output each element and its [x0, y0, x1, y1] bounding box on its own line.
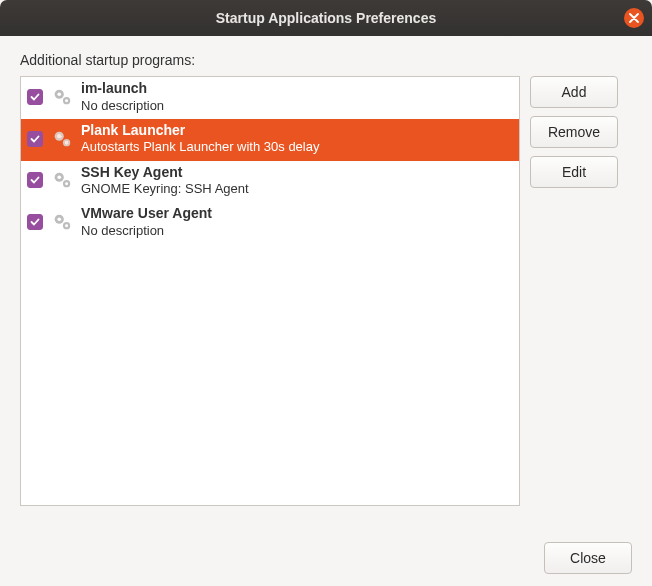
- gears-icon: [51, 211, 73, 233]
- item-name: Plank Launcher: [81, 122, 319, 140]
- remove-button[interactable]: Remove: [530, 116, 618, 148]
- titlebar: Startup Applications Preferences: [0, 0, 652, 36]
- list-item[interactable]: SSH Key AgentGNOME Keyring: SSH Agent: [21, 161, 519, 203]
- startup-programs-list[interactable]: im-launchNo descriptionPlank LauncherAut…: [20, 76, 520, 506]
- item-text: SSH Key AgentGNOME Keyring: SSH Agent: [81, 164, 249, 198]
- svg-point-13: [57, 218, 61, 222]
- item-description: No description: [81, 98, 164, 114]
- gears-icon: [51, 169, 73, 191]
- window-close-button[interactable]: [624, 8, 644, 28]
- item-description: No description: [81, 223, 212, 239]
- item-text: Plank LauncherAutostarts Plank Launcher …: [81, 122, 319, 156]
- item-name: VMware User Agent: [81, 205, 212, 223]
- window-title: Startup Applications Preferences: [216, 10, 436, 26]
- enabled-checkbox[interactable]: [27, 172, 43, 188]
- svg-point-15: [65, 224, 68, 227]
- section-label: Additional startup programs:: [20, 52, 632, 68]
- close-button[interactable]: Close: [544, 542, 632, 574]
- list-item[interactable]: VMware User AgentNo description: [21, 202, 519, 244]
- svg-point-9: [57, 176, 61, 180]
- gears-icon: [51, 128, 73, 150]
- edit-button[interactable]: Edit: [530, 156, 618, 188]
- svg-point-1: [57, 92, 61, 96]
- side-buttons: Add Remove Edit: [530, 76, 618, 506]
- item-name: im-launch: [81, 80, 164, 98]
- svg-point-7: [65, 141, 68, 144]
- main-row: im-launchNo descriptionPlank LauncherAut…: [20, 76, 632, 506]
- svg-point-5: [57, 134, 61, 138]
- enabled-checkbox[interactable]: [27, 131, 43, 147]
- svg-point-3: [65, 99, 68, 102]
- window-content: Additional startup programs: im-launchNo…: [0, 36, 652, 586]
- close-icon: [629, 13, 639, 23]
- list-item[interactable]: Plank LauncherAutostarts Plank Launcher …: [21, 119, 519, 161]
- svg-point-11: [65, 183, 68, 186]
- item-description: GNOME Keyring: SSH Agent: [81, 181, 249, 197]
- item-text: VMware User AgentNo description: [81, 205, 212, 239]
- enabled-checkbox[interactable]: [27, 89, 43, 105]
- item-description: Autostarts Plank Launcher with 30s delay: [81, 139, 319, 155]
- enabled-checkbox[interactable]: [27, 214, 43, 230]
- list-item[interactable]: im-launchNo description: [21, 77, 519, 119]
- item-name: SSH Key Agent: [81, 164, 249, 182]
- add-button[interactable]: Add: [530, 76, 618, 108]
- footer: Close: [20, 532, 632, 574]
- item-text: im-launchNo description: [81, 80, 164, 114]
- gears-icon: [51, 86, 73, 108]
